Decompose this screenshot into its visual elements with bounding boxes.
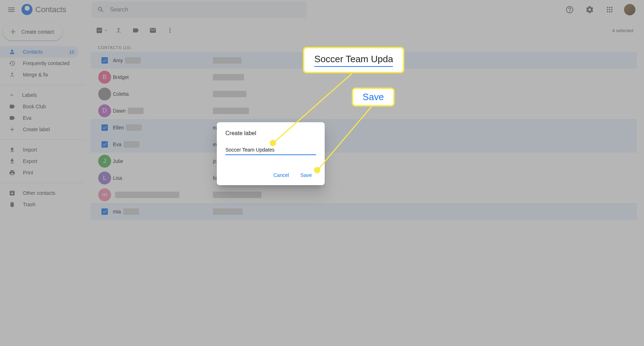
cancel-button[interactable]: Cancel <box>269 169 293 181</box>
callout-input-zoom <box>303 47 404 73</box>
callout-dot-2 <box>314 167 320 173</box>
save-button[interactable]: Save <box>296 169 316 181</box>
svg-line-1 <box>318 107 371 170</box>
callout-save-text: Save <box>363 92 384 103</box>
callout-connector-2 <box>314 105 375 173</box>
callout-save-zoom: Save <box>352 88 395 107</box>
callout-input-field <box>314 54 393 67</box>
callout-dot-1 <box>270 140 276 146</box>
label-name-input[interactable] <box>225 147 316 153</box>
